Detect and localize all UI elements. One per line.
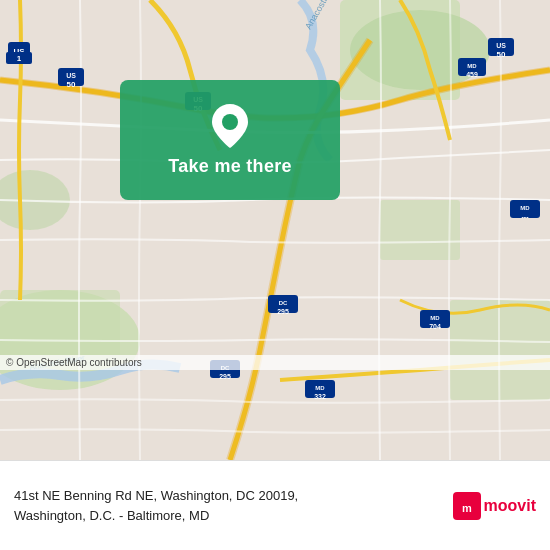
- svg-text:MD: MD: [520, 205, 530, 211]
- osm-credit-text: © OpenStreetMap contributors: [6, 357, 142, 368]
- svg-text:DC: DC: [279, 300, 288, 306]
- svg-point-41: [222, 114, 238, 130]
- svg-text:704: 704: [429, 323, 441, 330]
- address-line1: 41st NE Benning Rd NE, Washington, DC 20…: [14, 486, 443, 506]
- svg-text:459: 459: [466, 71, 478, 78]
- take-me-there-button[interactable]: Take me there: [168, 156, 292, 177]
- osm-credit-bar: © OpenStreetMap contributors: [0, 355, 550, 370]
- map-svg: US 1 US 50 US 50 MD 459 US 50 MD --- DC …: [0, 0, 550, 460]
- svg-text:US: US: [66, 72, 76, 79]
- svg-text:m: m: [462, 502, 472, 514]
- svg-text:---: ---: [522, 213, 530, 220]
- svg-text:MD: MD: [467, 63, 477, 69]
- address-line2: Washington, D.C. - Baltimore, MD: [14, 506, 443, 526]
- moovit-icon: m: [453, 492, 481, 520]
- svg-text:332: 332: [314, 393, 326, 400]
- location-panel[interactable]: Take me there: [120, 80, 340, 200]
- info-bar: 41st NE Benning Rd NE, Washington, DC 20…: [0, 460, 550, 550]
- svg-text:295: 295: [219, 373, 231, 380]
- svg-text:MD: MD: [315, 385, 325, 391]
- svg-text:MD: MD: [430, 315, 440, 321]
- svg-text:US: US: [496, 42, 506, 49]
- svg-text:295: 295: [277, 308, 289, 315]
- address-container: 41st NE Benning Rd NE, Washington, DC 20…: [14, 486, 443, 525]
- svg-text:1: 1: [17, 54, 22, 63]
- svg-text:50: 50: [67, 80, 76, 89]
- location-pin-icon: [212, 104, 248, 148]
- svg-point-4: [350, 10, 490, 90]
- svg-rect-5: [380, 200, 460, 260]
- moovit-label: moovit: [484, 497, 536, 515]
- svg-text:50: 50: [497, 50, 506, 59]
- moovit-logo: m moovit: [453, 492, 536, 520]
- map-container: US 1 US 50 US 50 MD 459 US 50 MD --- DC …: [0, 0, 550, 460]
